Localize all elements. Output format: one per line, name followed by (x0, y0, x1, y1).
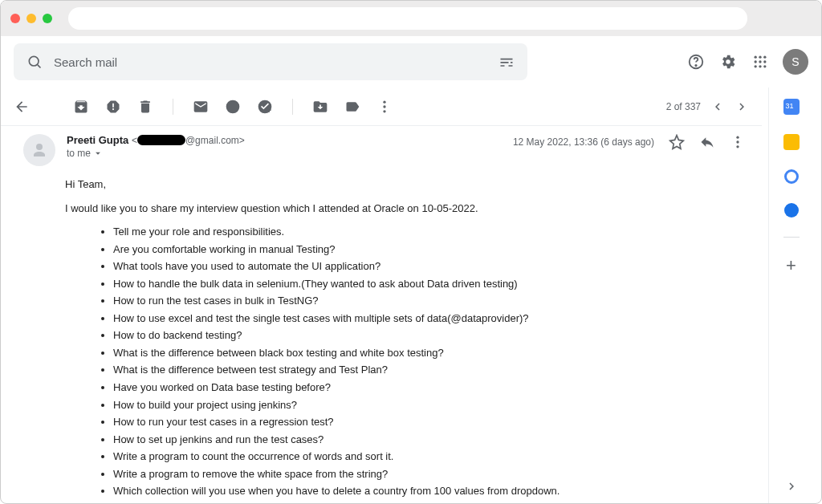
list-item: How to do backend testing? (113, 328, 746, 343)
delete-icon[interactable] (137, 99, 153, 115)
list-item: How to handle the bulk data in selenium.… (113, 277, 746, 291)
list-item: Are you comfortable working in manual Te… (113, 242, 746, 257)
svg-point-4 (755, 56, 757, 59)
svg-point-8 (759, 60, 761, 63)
avatar-initial: S (791, 55, 799, 68)
hide-sidepanel-icon[interactable] (784, 479, 799, 494)
svg-point-7 (755, 60, 757, 63)
message-counter: 2 of 337 (666, 101, 701, 112)
keep-addon-icon[interactable] (783, 134, 800, 150)
svg-point-10 (755, 65, 757, 67)
list-item: How to set up jenkins and run the test c… (113, 433, 746, 447)
window-title-bar (1, 1, 821, 36)
list-item: What is the difference between test stra… (113, 363, 746, 377)
message-more-icon[interactable] (730, 134, 746, 150)
svg-point-16 (36, 144, 43, 150)
list-item: What tools have you used to automate the… (113, 259, 746, 274)
labels-icon[interactable] (344, 99, 360, 115)
svg-point-19 (736, 145, 739, 148)
traffic-lights (10, 14, 52, 23)
side-separator (783, 237, 800, 238)
list-item: Which collection will you use when you h… (113, 484, 746, 498)
tasks-addon-icon[interactable] (784, 169, 799, 184)
recipient-line[interactable]: to me (67, 148, 245, 159)
sender-address: <@gmail.com> (132, 135, 245, 146)
sender-avatar[interactable] (23, 134, 55, 166)
body-greeting: Hi Team, (65, 177, 746, 192)
apps-icon[interactable] (751, 52, 770, 71)
sender-name: Preeti Gupta (67, 134, 128, 146)
email-header: Preeti Gupta <@gmail.com> to me 12 May 2… (1, 126, 768, 166)
svg-point-3 (695, 65, 696, 66)
message-timestamp: 12 May 2022, 13:36 (6 days ago) (513, 136, 654, 148)
email-body: Hi Team, I would like you to share my in… (1, 166, 768, 504)
app-header: Search mail S (1, 36, 821, 87)
svg-point-17 (736, 136, 739, 139)
newer-icon[interactable] (735, 100, 749, 114)
settings-icon[interactable] (718, 52, 738, 71)
list-item: How to build your project using jenkins? (113, 398, 746, 413)
svg-point-11 (759, 65, 761, 67)
expand-recipients-icon[interactable] (92, 148, 104, 159)
list-item: How to run the test cases in bulk in Tes… (113, 294, 746, 308)
list-item: Have you worked on Data base testing bef… (113, 380, 746, 395)
body-intro: I would like you to share my interview q… (65, 201, 746, 216)
list-item: How to run your test cases in a regressi… (113, 415, 746, 429)
maximize-window-button[interactable] (43, 14, 52, 23)
svg-point-12 (763, 65, 766, 67)
redacted-address (137, 135, 185, 145)
svg-point-5 (759, 56, 761, 59)
svg-point-14 (383, 105, 385, 108)
message-toolbar: 2 of 337 (1, 87, 762, 126)
list-item: How to use excel and test the single tes… (113, 311, 746, 326)
side-panel: + (768, 87, 813, 504)
account-avatar[interactable]: S (783, 49, 808, 75)
minimize-window-button[interactable] (26, 14, 36, 23)
older-icon[interactable] (710, 100, 725, 114)
list-item: Tell me your role and responsibilities. (113, 225, 746, 239)
svg-point-0 (29, 56, 39, 66)
svg-point-13 (383, 100, 385, 103)
svg-line-1 (38, 65, 41, 68)
search-options-icon[interactable] (497, 52, 516, 71)
search-placeholder: Search mail (54, 55, 497, 69)
more-icon[interactable] (376, 99, 393, 115)
back-icon[interactable] (14, 99, 30, 115)
list-item: What is the difference between black box… (113, 346, 746, 360)
archive-icon[interactable] (73, 99, 89, 115)
report-spam-icon[interactable] (105, 99, 121, 115)
body-bullet-list: Tell me your role and responsibilities.A… (65, 225, 746, 504)
close-window-button[interactable] (10, 14, 20, 23)
star-icon[interactable] (669, 134, 685, 150)
snooze-icon[interactable] (225, 99, 241, 115)
list-item: Write a program to remove the white spac… (113, 467, 746, 482)
mark-unread-icon[interactable] (193, 99, 209, 115)
svg-point-18 (736, 140, 739, 143)
svg-point-9 (763, 60, 766, 63)
get-addons-icon[interactable]: + (786, 257, 796, 274)
reply-icon[interactable] (699, 134, 715, 150)
support-icon[interactable] (686, 52, 706, 71)
contacts-addon-icon[interactable] (784, 203, 799, 217)
search-input[interactable]: Search mail (14, 43, 527, 80)
svg-point-15 (383, 110, 385, 112)
calendar-addon-icon[interactable] (783, 99, 800, 115)
move-to-icon[interactable] (312, 99, 328, 115)
add-to-tasks-icon[interactable] (257, 99, 273, 115)
search-icon (25, 52, 44, 71)
svg-point-6 (763, 56, 766, 59)
list-item: Write a program to count the occurrence … (113, 449, 746, 464)
url-bar[interactable] (68, 7, 747, 30)
